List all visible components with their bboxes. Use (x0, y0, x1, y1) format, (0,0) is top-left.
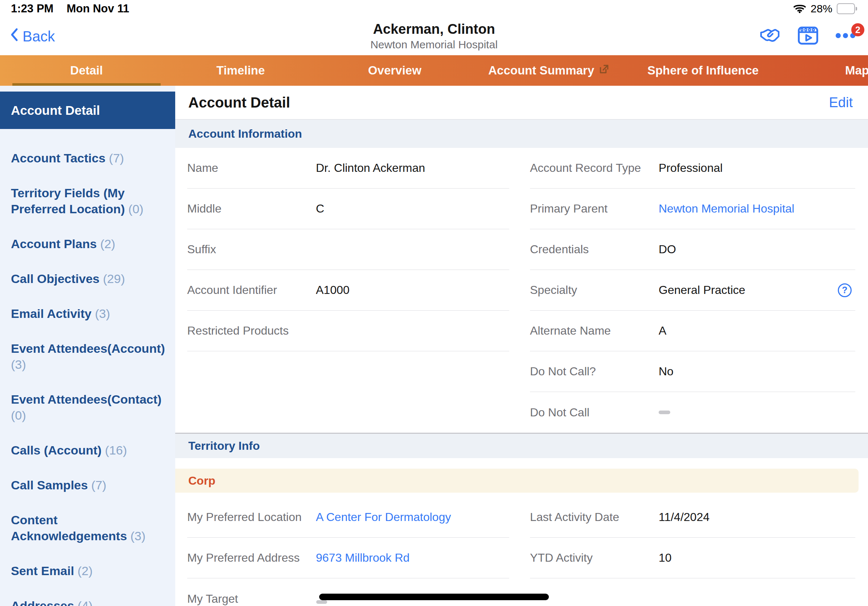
field-row-middle: Middle C (187, 189, 509, 229)
fields-right-column: Account Record Type Professional Primary… (530, 148, 855, 433)
sidebar-item-territory-fields[interactable]: Territory Fields (My Preferred Location)… (11, 185, 166, 217)
external-link-icon (599, 63, 609, 77)
redaction-bar (319, 594, 549, 600)
sidebar-item-calls-account[interactable]: Calls (Account) (16) (11, 442, 166, 458)
tab-map[interactable]: Map (780, 55, 868, 86)
clock: 1:23 PM (11, 2, 53, 15)
field-label: Specialty (530, 283, 659, 297)
fields-right-column: Last Activity Date 11/4/2024 YTD Activit… (530, 497, 855, 578)
sidebar-item-count: (2) (100, 237, 116, 251)
territory-group-corp: Corp (175, 469, 859, 493)
field-label: My Target (187, 592, 316, 606)
sidebar-item-count: (3) (11, 357, 26, 371)
content-header: Account Detail Edit (175, 86, 868, 119)
field-row-my-preferred-location: My Preferred Location A Center For Derma… (187, 497, 509, 538)
field-label: Name (187, 161, 316, 175)
section-header-label: Territory Info (188, 439, 260, 453)
primary-parent-link[interactable]: Newton Memorial Hospital (659, 202, 794, 215)
sidebar-item-count: (7) (109, 151, 124, 165)
tab-account-summary[interactable]: Account Summary (472, 55, 626, 86)
tab-label: Timeline (216, 63, 265, 77)
sidebar-selected-label: Account Detail (11, 103, 100, 118)
field-row-specialty: Specialty General Practice ? (530, 270, 855, 311)
status-bar: 1:23 PM Mon Nov 11 28% (0, 0, 868, 17)
field-label: My Preferred Location (187, 510, 316, 524)
tab-timeline[interactable]: Timeline (164, 55, 318, 86)
field-row-alternate-name: Alternate Name A (530, 311, 855, 351)
tab-overview[interactable]: Overview (318, 55, 472, 86)
chevron-left-icon (9, 28, 19, 45)
field-value: 10 (659, 551, 672, 564)
sidebar-item-label: Call Samples (11, 478, 88, 492)
sidebar-item-count: (0) (128, 202, 144, 216)
preferred-location-link[interactable]: A Center For Dermatology (316, 510, 451, 524)
tab-detail[interactable]: Detail (9, 55, 164, 86)
field-value: General Practice (659, 283, 745, 297)
tab-label: Map (845, 63, 868, 77)
status-left: 1:23 PM Mon Nov 11 (11, 2, 129, 15)
section-header-territory-info: Territory Info (175, 433, 868, 458)
help-icon[interactable]: ? (838, 283, 852, 297)
field-label: Do Not Call? (530, 365, 659, 378)
title-block: Ackerman, Clinton Newton Memorial Hospit… (270, 20, 598, 52)
field-label: Middle (187, 202, 316, 215)
sidebar-item-count: (2) (78, 564, 93, 578)
sidebar-item-addresses[interactable]: Addresses (4) (11, 598, 166, 606)
sidebar-item-label: Calls (Account) (11, 443, 101, 457)
edit-button[interactable]: Edit (829, 95, 853, 110)
date: Mon Nov 11 (67, 2, 129, 15)
account-information-fields: Name Dr. Clinton Ackerman Middle C Suffi… (175, 148, 868, 433)
sidebar-item-count: (16) (105, 443, 127, 457)
tab-label: Account Summary (488, 63, 594, 77)
field-row-restricted-products: Restricted Products (187, 311, 509, 351)
status-right: 28% (793, 3, 857, 15)
field-label: Primary Parent (530, 202, 659, 215)
battery-icon (837, 3, 857, 14)
sidebar-item-call-samples[interactable]: Call Samples (7) (11, 477, 166, 493)
sidebar-item-account-detail-selected[interactable]: Account Detail (0, 91, 175, 129)
back-label: Back (23, 28, 55, 45)
field-value: Dr. Clinton Ackerman (316, 161, 425, 175)
sidebar-item-sent-email[interactable]: Sent Email (2) (11, 563, 166, 579)
field-row-suffix: Suffix (187, 229, 509, 270)
battery-cap (856, 7, 857, 11)
sidebar-item-content-acknowledgements[interactable]: Content Acknowledgements (3) (11, 512, 166, 544)
nav-actions: 2 (758, 26, 856, 46)
back-button[interactable]: Back (9, 28, 55, 45)
sidebar-item-account-plans[interactable]: Account Plans (2) (11, 236, 166, 252)
page-title: Ackerman, Clinton (270, 20, 598, 38)
field-value: A1000 (316, 283, 350, 297)
sidebar-item-count: (29) (103, 272, 125, 286)
sidebar-item-label: Sent Email (11, 564, 74, 578)
sidebar-item-call-objectives[interactable]: Call Objectives (29) (11, 271, 166, 287)
field-label: Do Not Call (530, 406, 659, 419)
handshake-button[interactable] (758, 27, 781, 45)
field-row-do-not-call-question: Do Not Call? No (530, 351, 855, 392)
sidebar-item-count: (3) (95, 307, 110, 320)
video-library-button[interactable] (797, 26, 818, 46)
tab-label: Sphere of Influence (647, 63, 759, 77)
battery-percent: 28% (811, 3, 832, 15)
field-row-name: Name Dr. Clinton Ackerman (187, 148, 509, 189)
sidebar-item-email-activity[interactable]: Email Activity (3) (11, 306, 166, 322)
section-header-account-information: Account Information (175, 119, 868, 148)
sidebar-item-count: (7) (91, 478, 107, 492)
sidebar-item-event-attendees-account[interactable]: Event Attendees(Account) (3) (11, 340, 166, 373)
active-tab-underline (12, 83, 161, 86)
fields-left-column: Name Dr. Clinton Ackerman Middle C Suffi… (187, 148, 509, 351)
sidebar-item-event-attendees-contact[interactable]: Event Attendees(Contact) (0) (11, 391, 166, 423)
field-value: C (316, 202, 324, 215)
video-library-icon (797, 26, 818, 46)
sidebar-item-count: (3) (130, 529, 146, 543)
sidebar-item-label: Territory Fields (My Preferred Location) (11, 186, 125, 216)
field-value: No (659, 365, 674, 378)
tab-sphere-of-influence[interactable]: Sphere of Influence (626, 55, 780, 86)
fields-left-column: My Preferred Location A Center For Derma… (187, 497, 509, 606)
more-menu-button[interactable]: 2 (835, 33, 856, 40)
field-label: YTD Activity (530, 551, 659, 564)
battery-body (837, 3, 855, 14)
field-row-account-record-type: Account Record Type Professional (530, 148, 855, 189)
sidebar-item-account-tactics[interactable]: Account Tactics (7) (11, 150, 166, 166)
field-label: Account Identifier (187, 283, 316, 297)
preferred-address-link[interactable]: 9673 Millbrook Rd (316, 551, 410, 564)
